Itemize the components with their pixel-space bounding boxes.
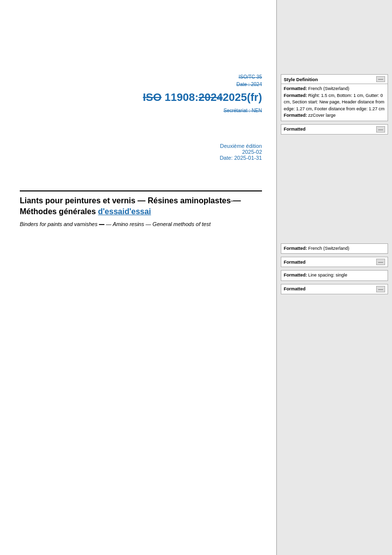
style-definition-header: Style Definition —: [281, 75, 388, 84]
formatted-small-2-close[interactable]: —: [376, 259, 385, 265]
sidebar-group-2: Formatted: French (Switzerland) Formatte…: [277, 243, 392, 294]
sidebar-group-1: Style Definition — Formatted: French (Sw…: [277, 74, 392, 135]
formatted-small-2: Formatted —: [281, 257, 388, 267]
style-definition-content: Formatted: French (Switzerland) Formatte…: [281, 84, 388, 121]
formatted-french-content: Formatted: French (Switzerland): [281, 244, 388, 254]
edition-date: Date: 2025-01-31: [20, 155, 262, 161]
formatted-small-3-close[interactable]: —: [376, 286, 385, 292]
formatted-french-box: Formatted: French (Switzerland): [281, 243, 388, 254]
format-entry-2: Formatted: Right: 1.5 cm, Bottom: 1 cm, …: [284, 92, 385, 113]
format-entry-1: Formatted: French (Switzerland): [284, 86, 385, 92]
doc-edition: Deuxième édition 2025-02 Date: 2025-01-3…: [20, 143, 262, 161]
doc-title-french: Liants pour peintures et vernis — Résine…: [20, 195, 262, 218]
date-line: Date : 2024: [20, 82, 262, 87]
doc-title-section: Liants pour peintures et vernis — Résine…: [20, 190, 262, 228]
tc-line: ISO/TC 35: [20, 74, 262, 80]
doc-title-english: Binders for paints and varnishes — — Ami…: [20, 221, 262, 228]
edition-year: 2025-02: [20, 149, 262, 155]
formatted-line-spacing-box: Formatted: Line spacing: single: [281, 270, 388, 281]
formatted-small-3: Formatted —: [281, 284, 388, 294]
formatted-small-1-close[interactable]: —: [376, 126, 385, 133]
formatted-line-spacing-content: Formatted: Line spacing: single: [281, 271, 388, 280]
formatted-small-1-text: Formatted: [284, 127, 305, 132]
formatted-small-3-text: Formatted: [284, 286, 305, 291]
style-definition-title: Style Definition: [284, 77, 318, 82]
style-definition-box: Style Definition — Formatted: French (Sw…: [281, 74, 388, 121]
title-link-old: d'essai: [98, 207, 125, 216]
format-entry-3: Formatted: zzCover large: [284, 112, 385, 119]
iso-prefix: ISO: [143, 91, 162, 103]
iso-year-new: 2025: [223, 91, 247, 103]
document-area: ISO/TC 35 Date : 2024 ISO 11908:20242025…: [0, 0, 277, 555]
title-link-new: d'essai: [125, 207, 151, 216]
iso-number: ISO 11908:20242025(fr): [20, 91, 262, 104]
formatted-small-1: Formatted —: [281, 124, 388, 135]
iso-lang: (fr): [247, 91, 262, 103]
formatted-small-2-text: Formatted: [284, 260, 305, 265]
iso-year-old: 2024: [199, 91, 223, 103]
secretariat-line: Secrétariat : NEN: [20, 108, 262, 113]
page-container: ISO/TC 35 Date : 2024 ISO 11908:20242025…: [0, 0, 392, 555]
sidebar-panel: Style Definition — Formatted: French (Sw…: [277, 0, 392, 555]
style-definition-close[interactable]: —: [376, 76, 385, 82]
doc-metadata: ISO/TC 35 Date : 2024 ISO 11908:20242025…: [20, 74, 262, 113]
edition-text: Deuxième édition: [20, 143, 262, 149]
